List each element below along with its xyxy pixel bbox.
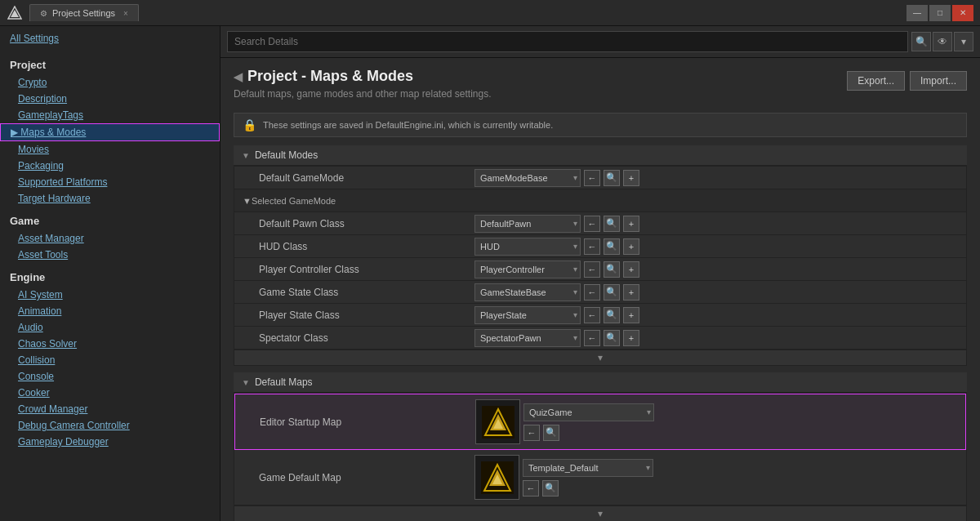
pawn-search-button[interactable]: 🔍 (604, 216, 620, 232)
hud-class-label: HUD Class (234, 238, 471, 256)
default-maps-collapse-arrow[interactable]: ▼ (242, 378, 250, 387)
default-modes-table: Default GameMode GameModeBase ▾ ← 🔍 + (234, 166, 967, 366)
game-default-map-btn-row: ← 🔍 (523, 480, 653, 497)
view-options-button[interactable]: 👁 (933, 32, 952, 51)
player-state-dropdown[interactable]: PlayerState (474, 306, 581, 324)
window-controls: — □ ✕ (906, 5, 973, 21)
sidebar-item-target-hardware[interactable]: Target Hardware (0, 190, 220, 207)
tab-close-button[interactable]: × (123, 9, 128, 18)
info-bar: 🔒 These settings are saved in DefaultEng… (234, 113, 967, 137)
tab-icon: ⚙ (40, 9, 47, 18)
spectator-class-value: SpectatorPawn ▾ ← 🔍 + (471, 327, 966, 349)
hud-search-button[interactable]: 🔍 (604, 238, 620, 255)
game-default-map-dropdown[interactable]: Template_Default (523, 459, 653, 477)
collapse-indicator[interactable]: ▾ (598, 352, 603, 363)
maps-collapse-indicator[interactable]: ▾ (598, 508, 603, 519)
player-state-search-button[interactable]: 🔍 (604, 307, 620, 323)
game-state-dropdown-wrapper: GameStateBase ▾ (474, 283, 581, 301)
hud-class-dropdown[interactable]: HUD (474, 238, 581, 256)
gamemode-search-button[interactable]: 🔍 (604, 170, 620, 186)
player-state-reset-button[interactable]: ← (584, 307, 600, 323)
default-maps-header: ▼ Default Maps (234, 372, 967, 393)
sidebar-item-asset-tools[interactable]: Asset Tools (0, 247, 220, 263)
sidebar-item-debug-camera-controller[interactable]: Debug Camera Controller (0, 417, 220, 434)
default-pawn-value: DefaultPawn ▾ ← 🔍 + (471, 213, 966, 234)
game-state-add-button[interactable]: + (623, 284, 639, 301)
game-default-map-label: Game Default Map (234, 469, 471, 487)
player-controller-dropdown[interactable]: PlayerController (474, 260, 581, 278)
editor-startup-search-button[interactable]: 🔍 (543, 425, 559, 441)
selected-gamemode-label: ▼ (243, 196, 252, 206)
sidebar-item-maps-modes[interactable]: ▶ Maps & Modes (0, 123, 220, 141)
default-pawn-row: Default Pawn Class DefaultPawn ▾ ← 🔍 + (234, 212, 966, 235)
game-state-reset-button[interactable]: ← (584, 284, 600, 301)
spectator-reset-button[interactable]: ← (584, 330, 600, 346)
default-modes-title: Default Modes (255, 149, 318, 161)
sidebar-section-game: Game (0, 207, 220, 230)
editor-startup-reset-button[interactable]: ← (523, 425, 540, 441)
sidebar-item-supported-platforms[interactable]: Supported Platforms (0, 174, 220, 190)
game-state-dropdown[interactable]: GameStateBase (474, 283, 581, 301)
selected-gamemode-subheader: ▼ Selected GameMode (234, 189, 966, 212)
sidebar-item-movies[interactable]: Movies (0, 141, 220, 158)
search-icon-button[interactable]: 🔍 (911, 32, 931, 51)
all-settings-link[interactable]: All Settings (0, 26, 220, 51)
game-state-row: Game State Class GameStateBase ▾ ← 🔍 + (234, 281, 966, 304)
pawn-reset-button[interactable]: ← (584, 216, 600, 232)
default-pawn-dropdown[interactable]: DefaultPawn (474, 215, 581, 233)
export-button[interactable]: Export... (847, 71, 905, 91)
gamemode-add-button[interactable]: + (623, 170, 639, 186)
game-default-map-thumbnail (474, 455, 519, 500)
search-input[interactable] (227, 31, 908, 52)
project-settings-tab[interactable]: ⚙ Project Settings × (29, 4, 139, 21)
game-default-search-button[interactable]: 🔍 (542, 480, 559, 497)
hud-add-button[interactable]: + (623, 238, 639, 255)
game-state-label: Game State Class (234, 283, 471, 301)
hud-reset-button[interactable]: ← (584, 238, 600, 255)
player-controller-dropdown-wrapper: PlayerController ▾ (474, 260, 581, 278)
player-controller-reset-button[interactable]: ← (584, 261, 600, 278)
gamemode-reset-button[interactable]: ← (584, 170, 600, 186)
sidebar-item-gameplay-debugger[interactable]: Gameplay Debugger (0, 434, 220, 450)
main-layout: All Settings Project Crypto Description … (0, 26, 980, 521)
game-state-search-button[interactable]: 🔍 (604, 284, 620, 301)
pawn-add-button[interactable]: + (623, 216, 639, 232)
default-modes-header: ▼ Default Modes (234, 145, 967, 166)
section-collapse-arrow[interactable]: ▼ (242, 151, 250, 160)
hud-class-value: HUD ▾ ← 🔍 + (471, 236, 966, 257)
sidebar-item-asset-manager[interactable]: Asset Manager (0, 230, 220, 247)
game-state-value: GameStateBase ▾ ← 🔍 + (471, 282, 966, 303)
sidebar-item-packaging[interactable]: Packaging (0, 158, 220, 174)
sidebar-item-description[interactable]: Description (0, 91, 220, 107)
spectator-add-button[interactable]: + (623, 330, 639, 346)
lock-icon: 🔒 (243, 118, 256, 131)
editor-startup-map-dropdown[interactable]: QuizGame (523, 403, 654, 421)
sidebar: All Settings Project Crypto Description … (0, 26, 220, 521)
sidebar-item-crowd-manager[interactable]: Crowd Manager (0, 401, 220, 417)
sidebar-item-ai-system[interactable]: AI System (0, 287, 220, 303)
sidebar-item-audio[interactable]: Audio (0, 319, 220, 336)
spectator-search-button[interactable]: 🔍 (604, 330, 620, 346)
spectator-class-dropdown[interactable]: SpectatorPawn (474, 329, 581, 347)
player-state-dropdown-wrapper: PlayerState ▾ (474, 306, 581, 324)
close-button[interactable]: ✕ (952, 5, 973, 21)
sidebar-item-gameplaytags[interactable]: GameplayTags (0, 107, 220, 123)
title-bar: ⚙ Project Settings × — □ ✕ (0, 0, 980, 26)
minimize-button[interactable]: — (906, 5, 928, 21)
default-gamemode-dropdown[interactable]: GameModeBase (474, 169, 581, 187)
sidebar-item-cooker[interactable]: Cooker (0, 385, 220, 401)
sidebar-item-console[interactable]: Console (0, 368, 220, 385)
sidebar-item-crypto[interactable]: Crypto (0, 74, 220, 91)
maximize-button[interactable]: □ (929, 5, 951, 21)
game-default-map-dropdown-row: Template_Default ▾ (523, 459, 653, 477)
sidebar-item-animation[interactable]: Animation (0, 303, 220, 319)
game-default-reset-button[interactable]: ← (523, 480, 539, 497)
player-controller-search-button[interactable]: 🔍 (604, 261, 620, 278)
sidebar-item-chaos-solver[interactable]: Chaos Solver (0, 336, 220, 352)
import-button[interactable]: Import... (910, 71, 967, 91)
sidebar-section-engine: Engine (0, 263, 220, 287)
player-state-add-button[interactable]: + (623, 307, 639, 323)
player-controller-add-button[interactable]: + (623, 261, 639, 278)
sidebar-item-collision[interactable]: Collision (0, 352, 220, 368)
more-options-button[interactable]: ▾ (954, 32, 973, 51)
